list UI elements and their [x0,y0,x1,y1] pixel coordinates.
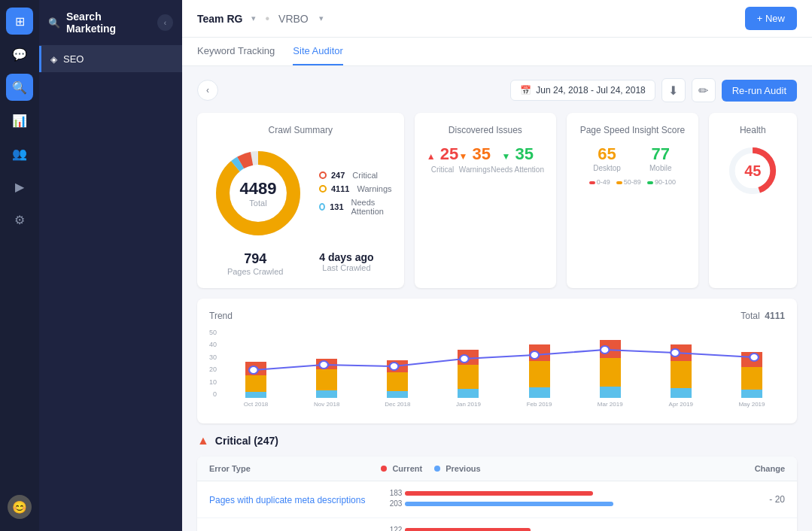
bar-container-2: 122 142 [381,526,725,531]
warnings-label: Warnings [357,184,391,193]
crawl-stats: 794 Pages Crawled 4 days ago Last Crawle… [209,251,392,276]
download-button[interactable]: ⬇ [661,78,686,102]
header-current: Current [381,464,422,473]
sidebar-icon-search[interactable]: 🔍 [6,74,33,101]
pages-crawled-label: Pages Crawled [227,267,284,276]
warnings-seg [316,369,337,390]
sidebar-icon-chart[interactable]: 📊 [6,107,33,134]
project-dropdown-arrow[interactable]: ▾ [319,14,324,23]
donut-legend: 247 Critical 4111 Warnings 131 Needs Att… [319,171,392,216]
trend-header: Trend Total 4111 [209,311,785,321]
warnings-seg [387,372,408,391]
avatar[interactable]: 😊 [8,495,32,519]
speed-leg-50-89: 50-89 [616,178,641,186]
speed-leg-90-100: 90-100 [647,178,676,186]
previous-dot [434,466,440,472]
header-error-type: Error Type [209,464,381,473]
sidebar-icon-play[interactable]: ▶ [6,173,33,200]
date-range-label: Jun 24, 2018 - Jul 24, 2018 [536,85,645,96]
warnings-seg [671,361,692,388]
attention-seg [529,387,550,398]
bar-stack-apr [671,344,692,398]
sidebar-icon-chat[interactable]: 💬 [6,41,33,68]
tab-site-auditor[interactable]: Site Auditor [293,38,343,65]
attention-value: 131 [330,202,343,211]
team-name: Team RG [197,13,242,25]
sidebar: ⊞ 💬 🔍 📊 👥 ▶ ⚙ 😊 [0,0,39,531]
crawl-summary-title: Crawl Summary [209,125,392,135]
search-marketing-icon: 🔍 [48,17,60,29]
sidebar-icon-users[interactable]: 👥 [6,140,33,167]
bar-nov [293,359,360,398]
bar-stack-oct [245,362,266,398]
x-label-oct: Oct 2018 [223,401,289,408]
discovered-issues-card: Discovered Issues ▲ 25 Critical ▼ 35 [415,113,557,288]
back-button[interactable]: ‹ [197,80,218,101]
speed-leg-0-49: 0-49 [589,178,610,186]
gauge-circle: 45 [726,144,779,197]
attention-arrow: ▼ [501,151,510,162]
pages-crawled-stat: 794 Pages Crawled [227,251,284,276]
warnings-issue-label: Warnings [459,165,491,174]
project-name: VRBO [278,13,309,25]
critical-arrow: ▲ [427,151,436,162]
error-table: Error Type Current Previous Change Page [197,457,797,531]
critical-dot [319,171,327,179]
critical-issue: ▲ 25 Critical [427,144,459,174]
legend-warnings: 4111 Warnings [319,184,392,193]
attention-issue: ▼ 35 Needs Attention [491,144,544,174]
topbar: Team RG ▾ • VRBO ▾ + New [182,0,812,38]
error-link-1[interactable]: Pages with duplicate meta descriptions [209,495,365,505]
left-panel: 🔍 Search Marketing ‹ ◈ SEO [39,0,182,531]
warnings-issue: ▼ 35 Warnings [459,144,491,174]
legend-attention: 131 Needs Attention [319,198,392,216]
x-label-apr: Apr 2019 [648,401,714,408]
current-bar-row-2: 122 [381,526,551,531]
health-title: Health [721,125,785,135]
critical-seg [671,344,692,361]
edit-button[interactable]: ✏ [692,78,716,102]
bar-stack-jan [458,350,479,398]
tabs: Keyword Tracking Site Auditor [182,38,812,66]
trend-title: Trend [209,311,233,321]
donut-center: 4489 Total [240,179,277,208]
attention-seg [600,387,621,398]
critical-seg [458,350,479,365]
cards-row: Crawl Summary [197,113,797,288]
critical-section-icon: ▲ [197,434,209,448]
donut-chart: 4489 Total [209,144,307,242]
critical-issue-num: ▲ 25 [427,144,459,164]
issues-title: Discovered Issues [427,125,545,135]
mobile-score: 77 [649,144,671,164]
last-crawled-label: Last Crawled [319,263,373,272]
bar-mar [577,340,643,398]
legend-critical: 247 Critical [319,171,392,180]
sidebar-icon-settings[interactable]: ⚙ [6,206,33,233]
critical-issue-label: Critical [427,165,459,174]
date-range-button[interactable]: 📅 Jun 24, 2018 - Jul 24, 2018 [510,80,655,101]
y-axis: 50403020100 [209,329,217,411]
current-bar-2 [405,528,530,532]
health-card: Health 45 [709,113,797,288]
collapse-button[interactable]: ‹ [157,14,173,31]
desktop-speed: 65 Desktop [593,144,621,172]
topbar-dropdown-arrow[interactable]: ▾ [251,14,256,23]
sidebar-item-seo[interactable]: ◈ SEO [39,46,182,72]
rerun-audit-button[interactable]: Re-run Audit [722,80,797,102]
current-bar-1 [405,491,593,496]
total-count: 4489 [240,179,277,199]
x-label-mar: Mar 2019 [577,401,643,408]
left-panel-title: Search Marketing [66,11,151,35]
attention-seg [316,390,337,398]
warnings-seg [600,358,621,387]
critical-section-title: Critical (247) [215,435,278,447]
new-button[interactable]: + New [745,7,797,30]
crawl-summary-card: Crawl Summary [197,113,404,288]
bar-jan [435,350,501,398]
attention-dot [319,203,325,211]
tab-keyword-tracking[interactable]: Keyword Tracking [197,38,275,65]
bar-feb [506,344,573,398]
content-area: ‹ 📅 Jun 24, 2018 - Jul 24, 2018 ⬇ ✏ Re-r… [182,66,812,531]
sidebar-icon-home[interactable]: ⊞ [6,8,33,35]
attention-seg [245,392,266,398]
